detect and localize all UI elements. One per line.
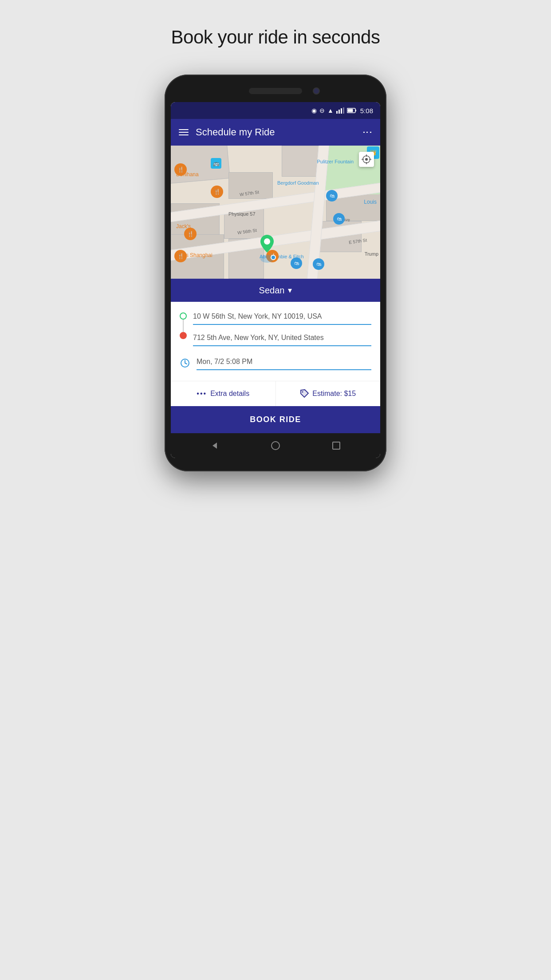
estimate-label: Estimate: $15 — [312, 390, 356, 398]
nav-bar — [171, 433, 380, 458]
header-left: Schedule my Ride — [179, 126, 275, 138]
back-button[interactable] — [206, 437, 224, 454]
location-status-icon: ◉ — [311, 107, 317, 114]
svg-rect-0 — [336, 111, 338, 114]
crosshair-button[interactable] — [359, 152, 374, 167]
back-icon — [211, 442, 219, 450]
wifi-status-icon: ▲ — [327, 107, 334, 114]
svg-line-16 — [185, 363, 187, 364]
clock-icon-wrap — [180, 358, 190, 368]
tag-icon — [300, 389, 309, 398]
destination-marker — [260, 235, 274, 254]
shop-marker-louis: 🛍 — [333, 213, 345, 225]
bottom-actions: ••• Extra details Estimate: $15 — [171, 381, 380, 406]
car-dropdown-icon: ▾ — [288, 285, 292, 295]
home-button[interactable] — [267, 437, 284, 454]
location-connector — [180, 311, 187, 339]
svg-point-7 — [264, 238, 270, 245]
dropoff-dot — [180, 332, 187, 339]
svg-rect-5 — [355, 110, 356, 111]
svg-marker-18 — [213, 443, 217, 449]
shop-marker-bergdorf: 🛍 — [326, 190, 338, 202]
extra-details-label: Extra details — [210, 390, 249, 398]
svg-rect-6 — [347, 109, 353, 112]
transit-marker: 🚌 — [211, 158, 221, 169]
clock-icon — [180, 358, 190, 368]
svg-rect-1 — [338, 110, 340, 114]
food-marker-1: 🍴 — [174, 163, 187, 176]
status-icons: ◉ ⊖ ▲ — [311, 107, 357, 114]
dropoff-input[interactable] — [193, 332, 371, 346]
dnd-status-icon: ⊖ — [319, 107, 325, 114]
more-vertical-icon[interactable]: ⋮ — [362, 127, 373, 138]
food-marker-4: 🍴 — [174, 250, 187, 262]
svg-rect-3 — [343, 107, 344, 114]
food-marker-2: 🍴 — [211, 186, 223, 198]
app-title: Schedule my Ride — [196, 126, 275, 138]
dots-icon: ••• — [197, 390, 207, 398]
car-type-selector[interactable]: Sedan ▾ — [171, 279, 380, 302]
shop-marker-extra: 🛍 — [313, 258, 324, 270]
food-marker-3: 🍴 — [184, 228, 197, 240]
hamburger-menu-icon[interactable] — [179, 129, 189, 135]
battery-status-icon — [347, 108, 357, 113]
pickup-input[interactable] — [193, 311, 371, 325]
svg-point-17 — [302, 391, 303, 393]
datetime-row — [180, 356, 371, 370]
phone-speaker — [249, 88, 302, 94]
map-building-2 — [228, 172, 273, 199]
app-header: Schedule my Ride ⋮ — [171, 119, 380, 146]
crosshair-icon — [362, 154, 371, 164]
origin-marker — [271, 255, 276, 260]
phone-screen: ◉ ⊖ ▲ — [171, 102, 380, 458]
extra-details-button[interactable]: ••• Extra details — [171, 381, 276, 406]
book-ride-button[interactable]: BOOK RIDE — [171, 406, 380, 433]
svg-rect-2 — [341, 108, 342, 114]
shop-marker-abercrombie: 🛍 — [291, 257, 302, 269]
phone-camera — [313, 87, 320, 95]
page-headline: Book your ride in seconds — [171, 27, 380, 48]
recents-square-icon — [332, 442, 340, 450]
status-bar: ◉ ⊖ ▲ — [171, 102, 380, 119]
datetime-input[interactable] — [197, 356, 371, 370]
connector-line — [183, 320, 184, 332]
pickup-dot — [180, 312, 187, 320]
estimate-button[interactable]: Estimate: $15 — [276, 381, 381, 406]
svg-point-9 — [365, 158, 368, 161]
map-container[interactable]: Benihana W 57th St Physique 57 Jack's W … — [171, 146, 380, 279]
home-circle-icon — [271, 441, 280, 450]
status-time: 5:08 — [360, 107, 373, 115]
signal-status-icon — [336, 107, 344, 114]
phone-shell: ◉ ⊖ ▲ — [165, 75, 386, 471]
car-type-label: Sedan — [259, 285, 285, 296]
recents-button[interactable] — [327, 437, 345, 454]
location-inputs — [193, 311, 371, 353]
location-row — [180, 311, 371, 353]
form-area — [171, 302, 380, 376]
